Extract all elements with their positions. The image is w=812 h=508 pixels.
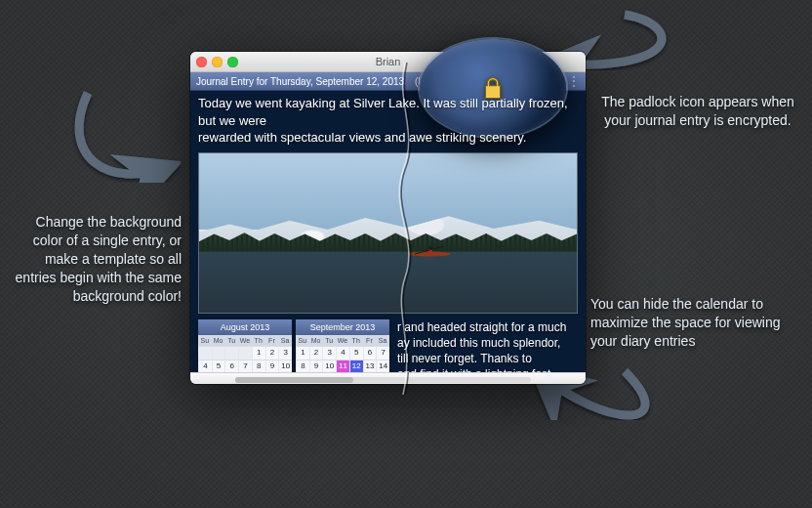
calendar-title: September 2013 [296,319,389,335]
annotation-left: Change the background color of a single … [6,213,182,305]
calendar-day[interactable]: 7 [376,346,389,360]
calendar-day[interactable]: 4 [198,360,212,372]
mini-calendars[interactable]: August 2013 SuMoTuWeThFrSa 1234567891011… [198,319,389,372]
calendar-day[interactable]: 9 [265,360,279,372]
calendar-day[interactable]: 10 [322,360,336,372]
resize-handle[interactable] [570,375,580,384]
entry-header-label: Journal Entry for Thursday, September 12… [196,76,404,87]
calendar-day[interactable]: 13 [363,360,377,372]
annotation-top-right: The padlock icon appears when your journ… [595,93,800,130]
calendar-dow: Su [198,335,212,346]
calendar-blank [212,346,225,360]
calendar-blank [238,346,252,360]
entry-text-top: Today we went kayaking at Silver Lake. I… [198,95,578,147]
calendar-title: August 2013 [198,319,292,335]
horizontal-scrollbar[interactable] [235,377,531,383]
calendar-dow: Th [252,335,265,346]
traffic-close[interactable] [196,57,207,67]
calendar-dow: Mo [309,335,323,346]
calendar-dow: We [336,335,349,346]
traffic-minimize[interactable] [212,57,223,67]
calendar-dow: Fr [363,335,377,346]
calendar-day[interactable]: 6 [224,360,238,372]
calendar-dow: Tu [322,335,336,346]
entry-text-bottom: r and headed straight for a much ay incl… [393,319,578,372]
calendar-dow: Mo [212,335,225,346]
calendar-day[interactable]: 10 [278,360,292,372]
calendar-day[interactable]: 4 [336,346,349,360]
calendar-day[interactable]: 2 [309,346,323,360]
calendar-day[interactable]: 8 [252,360,265,372]
calendar-dow: Su [296,335,309,346]
calendar-day[interactable]: 2 [265,346,279,360]
statusbar [190,372,586,384]
calendar-dow: Tu [224,335,238,346]
calendar-day[interactable]: 3 [322,346,336,360]
entry-photo [198,152,578,314]
entry-body[interactable]: Today we went kayaking at Silver Lake. I… [190,91,586,372]
entry-bottom: August 2013 SuMoTuWeThFrSa 1234567891011… [198,319,578,372]
calendar-day[interactable]: 11 [336,360,349,372]
calendar-blank [224,346,238,360]
kayaker-illustration [407,245,452,257]
calendar-dow: Sa [376,335,389,346]
calendar-day[interactable]: 9 [309,360,323,372]
calendar-day[interactable]: 3 [278,346,292,360]
calendar-day[interactable]: 6 [363,346,377,360]
calendar-dow: Th [349,335,363,346]
annotation-bottom-right: You can hide the calendar to maximize th… [590,295,807,351]
traffic-zoom[interactable] [227,57,238,67]
calendar-august[interactable]: August 2013 SuMoTuWeThFrSa 1234567891011… [198,319,292,372]
calendar-day[interactable]: 1 [252,346,265,360]
calendar-day[interactable]: 1 [296,346,309,360]
calendar-dow: We [238,335,252,346]
calendar-day[interactable]: 5 [349,346,363,360]
calendar-september[interactable]: September 2013 SuMoTuWeThFrSa 1234567891… [296,319,389,372]
calendar-day[interactable]: 5 [212,360,225,372]
calendar-day[interactable]: 14 [376,360,389,372]
calendar-blank [198,346,212,360]
app-window: Brian Journal Entry for Thursday, Septem… [190,52,586,384]
calendar-day[interactable]: 8 [296,360,309,372]
calendar-day[interactable]: 7 [238,360,252,372]
calendar-day[interactable]: 12 [349,360,363,372]
calendar-dow: Sa [278,335,292,346]
more-menu-icon[interactable]: ⋮ [568,78,580,84]
calendar-dow: Fr [265,335,279,346]
